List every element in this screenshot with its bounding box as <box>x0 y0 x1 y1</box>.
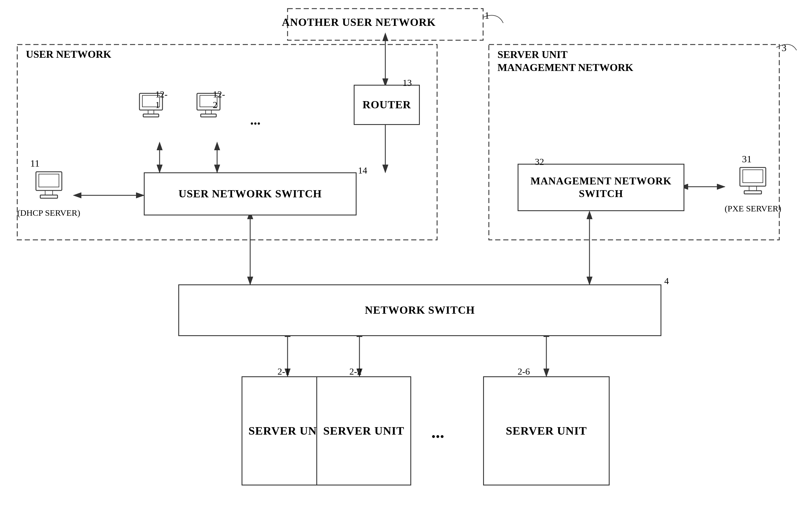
ref-1-label: 1 <box>485 10 489 21</box>
ref-31-label: 31 <box>742 154 752 165</box>
server-units-ellipsis: ... <box>431 422 444 442</box>
ref-14-label: 14 <box>358 165 367 176</box>
svg-rect-27 <box>40 195 57 198</box>
pxe-label: (PXE SERVER) <box>725 204 781 213</box>
dhcp-server: 11 (DHCP SERVER) <box>17 170 80 218</box>
svg-rect-22 <box>206 110 211 114</box>
dhcp-label: (DHCP SERVER) <box>17 208 80 218</box>
ref-13-label: 13 <box>403 78 412 88</box>
svg-rect-30 <box>749 186 757 191</box>
server-mgmt-region-label: SERVER UNITMANAGEMENT NETWORK <box>497 48 633 74</box>
svg-rect-31 <box>744 191 762 194</box>
ref-11-label: 11 <box>30 158 40 169</box>
svg-rect-23 <box>201 114 216 117</box>
server-unit-n-box: SERVER UNIT <box>483 376 609 486</box>
svg-rect-19 <box>143 114 159 117</box>
pc-12-2: 12-2 <box>193 92 224 124</box>
svg-rect-24 <box>36 172 62 190</box>
pxe-server: 31 (PXE SERVER) <box>725 165 781 213</box>
pc-12-1-ref: 12-1 <box>155 89 168 110</box>
management-network-switch-box: MANAGEMENT NETWORK SWITCH <box>517 164 685 211</box>
ref-2-1-label: 2-1 <box>277 366 290 377</box>
svg-rect-25 <box>39 174 59 187</box>
ref-4-label: 4 <box>664 276 669 286</box>
ref-3-label: 3 <box>782 42 786 53</box>
pc-12-1: 12-1 <box>135 92 167 124</box>
svg-rect-26 <box>45 190 53 195</box>
svg-rect-28 <box>740 168 766 186</box>
pc-ellipsis: ... <box>250 112 260 128</box>
svg-rect-29 <box>743 170 763 183</box>
network-switch-box: NETWORK SWITCH <box>178 284 661 336</box>
user-network-region-label: USER NETWORK <box>26 48 111 60</box>
server-unit-2-box: SERVER UNIT <box>316 376 411 486</box>
router-box: ROUTER <box>354 85 420 125</box>
ref-2-6-label: 2-6 <box>517 366 530 377</box>
user-network-switch-box: USER NETWORK SWITCH <box>144 172 357 215</box>
svg-rect-18 <box>148 110 154 114</box>
another-user-network-label: ANOTHER USER NETWORK <box>282 16 436 28</box>
pc-12-2-ref: 12-2 <box>213 89 225 110</box>
ref-2-2-label: 2-2 <box>349 366 362 377</box>
ref-32-label: 32 <box>535 156 544 167</box>
